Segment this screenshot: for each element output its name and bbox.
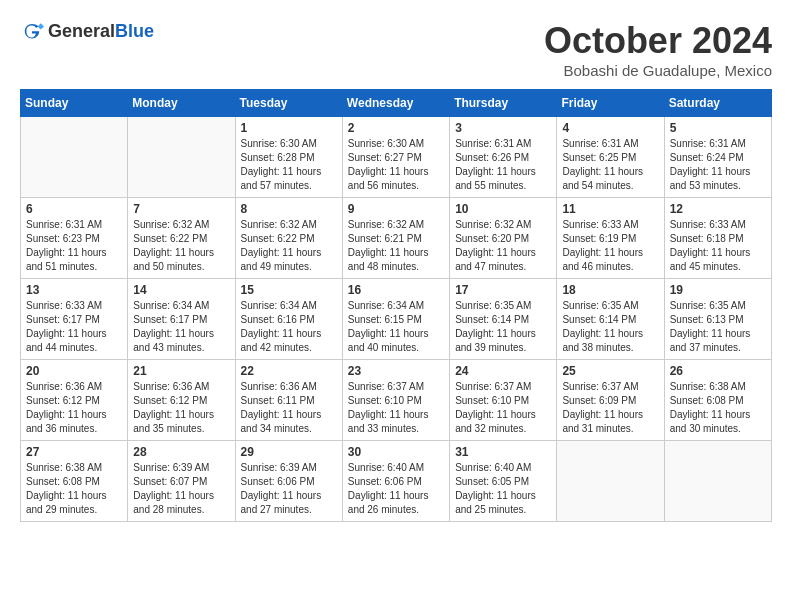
day-number: 13 xyxy=(26,283,122,297)
calendar-week-row: 20Sunrise: 6:36 AM Sunset: 6:12 PM Dayli… xyxy=(21,360,772,441)
calendar-week-row: 6Sunrise: 6:31 AM Sunset: 6:23 PM Daylig… xyxy=(21,198,772,279)
calendar-cell xyxy=(128,117,235,198)
calendar-cell: 15Sunrise: 6:34 AM Sunset: 6:16 PM Dayli… xyxy=(235,279,342,360)
logo-text: GeneralBlue xyxy=(48,22,154,42)
day-number: 18 xyxy=(562,283,658,297)
day-number: 27 xyxy=(26,445,122,459)
calendar-cell xyxy=(21,117,128,198)
day-info: Sunrise: 6:37 AM Sunset: 6:09 PM Dayligh… xyxy=(562,380,658,436)
calendar-week-row: 13Sunrise: 6:33 AM Sunset: 6:17 PM Dayli… xyxy=(21,279,772,360)
day-info: Sunrise: 6:36 AM Sunset: 6:11 PM Dayligh… xyxy=(241,380,337,436)
day-number: 31 xyxy=(455,445,551,459)
day-number: 5 xyxy=(670,121,766,135)
calendar-cell: 5Sunrise: 6:31 AM Sunset: 6:24 PM Daylig… xyxy=(664,117,771,198)
day-info: Sunrise: 6:35 AM Sunset: 6:14 PM Dayligh… xyxy=(562,299,658,355)
day-info: Sunrise: 6:30 AM Sunset: 6:28 PM Dayligh… xyxy=(241,137,337,193)
day-info: Sunrise: 6:33 AM Sunset: 6:19 PM Dayligh… xyxy=(562,218,658,274)
calendar-cell: 21Sunrise: 6:36 AM Sunset: 6:12 PM Dayli… xyxy=(128,360,235,441)
day-info: Sunrise: 6:30 AM Sunset: 6:27 PM Dayligh… xyxy=(348,137,444,193)
calendar-week-row: 1Sunrise: 6:30 AM Sunset: 6:28 PM Daylig… xyxy=(21,117,772,198)
day-number: 28 xyxy=(133,445,229,459)
day-info: Sunrise: 6:34 AM Sunset: 6:16 PM Dayligh… xyxy=(241,299,337,355)
day-number: 10 xyxy=(455,202,551,216)
day-info: Sunrise: 6:38 AM Sunset: 6:08 PM Dayligh… xyxy=(670,380,766,436)
calendar-cell: 1Sunrise: 6:30 AM Sunset: 6:28 PM Daylig… xyxy=(235,117,342,198)
day-number: 2 xyxy=(348,121,444,135)
weekday-header-monday: Monday xyxy=(128,90,235,117)
weekday-header-wednesday: Wednesday xyxy=(342,90,449,117)
day-info: Sunrise: 6:39 AM Sunset: 6:06 PM Dayligh… xyxy=(241,461,337,517)
calendar-cell: 10Sunrise: 6:32 AM Sunset: 6:20 PM Dayli… xyxy=(450,198,557,279)
day-info: Sunrise: 6:36 AM Sunset: 6:12 PM Dayligh… xyxy=(133,380,229,436)
day-info: Sunrise: 6:35 AM Sunset: 6:14 PM Dayligh… xyxy=(455,299,551,355)
day-info: Sunrise: 6:40 AM Sunset: 6:06 PM Dayligh… xyxy=(348,461,444,517)
day-info: Sunrise: 6:37 AM Sunset: 6:10 PM Dayligh… xyxy=(348,380,444,436)
day-info: Sunrise: 6:37 AM Sunset: 6:10 PM Dayligh… xyxy=(455,380,551,436)
day-number: 29 xyxy=(241,445,337,459)
day-info: Sunrise: 6:34 AM Sunset: 6:17 PM Dayligh… xyxy=(133,299,229,355)
day-number: 3 xyxy=(455,121,551,135)
day-info: Sunrise: 6:38 AM Sunset: 6:08 PM Dayligh… xyxy=(26,461,122,517)
title-section: October 2024 Bobashi de Guadalupe, Mexic… xyxy=(544,20,772,79)
day-info: Sunrise: 6:39 AM Sunset: 6:07 PM Dayligh… xyxy=(133,461,229,517)
day-info: Sunrise: 6:35 AM Sunset: 6:13 PM Dayligh… xyxy=(670,299,766,355)
day-info: Sunrise: 6:34 AM Sunset: 6:15 PM Dayligh… xyxy=(348,299,444,355)
logo-icon xyxy=(20,20,44,44)
calendar-cell: 11Sunrise: 6:33 AM Sunset: 6:19 PM Dayli… xyxy=(557,198,664,279)
day-number: 12 xyxy=(670,202,766,216)
calendar-cell: 8Sunrise: 6:32 AM Sunset: 6:22 PM Daylig… xyxy=(235,198,342,279)
day-info: Sunrise: 6:32 AM Sunset: 6:22 PM Dayligh… xyxy=(133,218,229,274)
day-info: Sunrise: 6:31 AM Sunset: 6:24 PM Dayligh… xyxy=(670,137,766,193)
calendar-cell: 23Sunrise: 6:37 AM Sunset: 6:10 PM Dayli… xyxy=(342,360,449,441)
day-number: 11 xyxy=(562,202,658,216)
calendar-table: SundayMondayTuesdayWednesdayThursdayFrid… xyxy=(20,89,772,522)
calendar-cell: 28Sunrise: 6:39 AM Sunset: 6:07 PM Dayli… xyxy=(128,441,235,522)
day-number: 25 xyxy=(562,364,658,378)
weekday-header-sunday: Sunday xyxy=(21,90,128,117)
day-number: 20 xyxy=(26,364,122,378)
day-info: Sunrise: 6:33 AM Sunset: 6:17 PM Dayligh… xyxy=(26,299,122,355)
calendar-cell: 7Sunrise: 6:32 AM Sunset: 6:22 PM Daylig… xyxy=(128,198,235,279)
weekday-header-friday: Friday xyxy=(557,90,664,117)
calendar-cell: 12Sunrise: 6:33 AM Sunset: 6:18 PM Dayli… xyxy=(664,198,771,279)
calendar-cell xyxy=(557,441,664,522)
logo: GeneralBlue xyxy=(20,20,154,44)
day-number: 6 xyxy=(26,202,122,216)
calendar-cell: 2Sunrise: 6:30 AM Sunset: 6:27 PM Daylig… xyxy=(342,117,449,198)
weekday-header-thursday: Thursday xyxy=(450,90,557,117)
day-number: 14 xyxy=(133,283,229,297)
page-header: GeneralBlue October 2024 Bobashi de Guad… xyxy=(20,20,772,79)
day-number: 19 xyxy=(670,283,766,297)
day-number: 23 xyxy=(348,364,444,378)
day-number: 7 xyxy=(133,202,229,216)
day-number: 30 xyxy=(348,445,444,459)
calendar-week-row: 27Sunrise: 6:38 AM Sunset: 6:08 PM Dayli… xyxy=(21,441,772,522)
day-info: Sunrise: 6:31 AM Sunset: 6:23 PM Dayligh… xyxy=(26,218,122,274)
calendar-cell: 17Sunrise: 6:35 AM Sunset: 6:14 PM Dayli… xyxy=(450,279,557,360)
month-title: October 2024 xyxy=(544,20,772,62)
weekday-header-saturday: Saturday xyxy=(664,90,771,117)
calendar-cell: 13Sunrise: 6:33 AM Sunset: 6:17 PM Dayli… xyxy=(21,279,128,360)
day-info: Sunrise: 6:31 AM Sunset: 6:25 PM Dayligh… xyxy=(562,137,658,193)
day-number: 8 xyxy=(241,202,337,216)
calendar-cell: 22Sunrise: 6:36 AM Sunset: 6:11 PM Dayli… xyxy=(235,360,342,441)
day-number: 15 xyxy=(241,283,337,297)
calendar-cell: 25Sunrise: 6:37 AM Sunset: 6:09 PM Dayli… xyxy=(557,360,664,441)
day-number: 1 xyxy=(241,121,337,135)
day-info: Sunrise: 6:32 AM Sunset: 6:20 PM Dayligh… xyxy=(455,218,551,274)
day-number: 21 xyxy=(133,364,229,378)
calendar-cell: 9Sunrise: 6:32 AM Sunset: 6:21 PM Daylig… xyxy=(342,198,449,279)
calendar-cell: 18Sunrise: 6:35 AM Sunset: 6:14 PM Dayli… xyxy=(557,279,664,360)
day-number: 9 xyxy=(348,202,444,216)
day-info: Sunrise: 6:32 AM Sunset: 6:22 PM Dayligh… xyxy=(241,218,337,274)
day-number: 26 xyxy=(670,364,766,378)
location: Bobashi de Guadalupe, Mexico xyxy=(544,62,772,79)
calendar-cell: 16Sunrise: 6:34 AM Sunset: 6:15 PM Dayli… xyxy=(342,279,449,360)
calendar-cell: 26Sunrise: 6:38 AM Sunset: 6:08 PM Dayli… xyxy=(664,360,771,441)
calendar-header-row: SundayMondayTuesdayWednesdayThursdayFrid… xyxy=(21,90,772,117)
day-number: 24 xyxy=(455,364,551,378)
day-info: Sunrise: 6:40 AM Sunset: 6:05 PM Dayligh… xyxy=(455,461,551,517)
calendar-cell: 20Sunrise: 6:36 AM Sunset: 6:12 PM Dayli… xyxy=(21,360,128,441)
day-info: Sunrise: 6:32 AM Sunset: 6:21 PM Dayligh… xyxy=(348,218,444,274)
calendar-cell: 14Sunrise: 6:34 AM Sunset: 6:17 PM Dayli… xyxy=(128,279,235,360)
